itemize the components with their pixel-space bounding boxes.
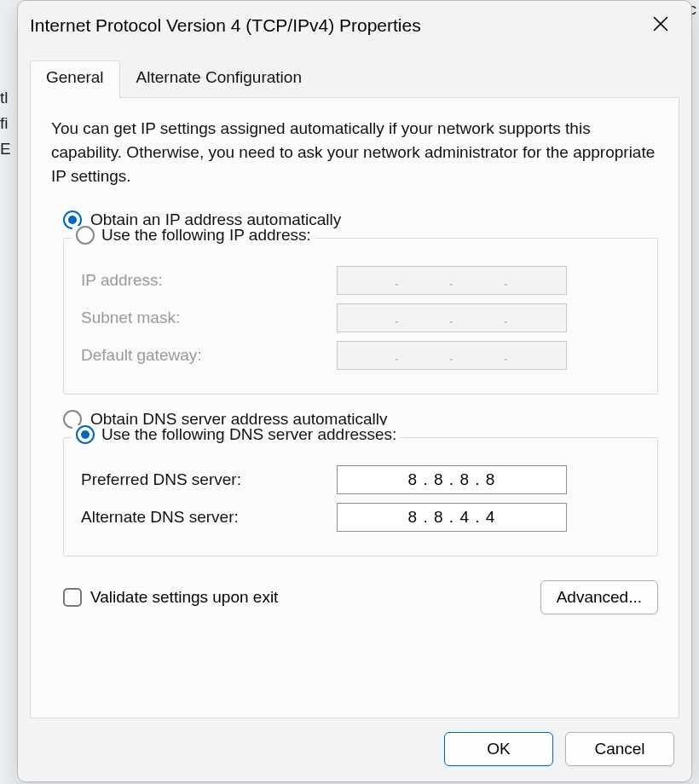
field-label: Preferred DNS server: bbox=[81, 470, 337, 489]
dialog-footer: OK Cancel bbox=[18, 718, 691, 781]
field-ip-address: IP address: . . . bbox=[81, 266, 640, 295]
radio-label: Use the following IP address: bbox=[101, 226, 311, 245]
description-text: You can get IP settings assigned automat… bbox=[51, 117, 658, 188]
field-label: Subnet mask: bbox=[81, 308, 337, 327]
field-preferred-dns: Preferred DNS server: 8 . 8 . 8 . 8 bbox=[81, 465, 640, 494]
button-label: Advanced... bbox=[557, 588, 642, 606]
checkbox-label: Validate settings upon exit bbox=[90, 588, 278, 607]
tabstrip: General Alternate Configuration bbox=[18, 49, 691, 98]
dialog-title: Internet Protocol Version 4 (TCP/IPv4) P… bbox=[30, 15, 644, 36]
default-gateway-input: . . . bbox=[337, 341, 567, 370]
close-icon bbox=[653, 16, 668, 36]
ip-value: 8 . 8 . 8 . 8 bbox=[408, 470, 496, 489]
ipv4-properties-dialog: Internet Protocol Version 4 (TCP/IPv4) P… bbox=[17, 0, 692, 782]
background-text-left: tlfiE bbox=[0, 85, 17, 162]
alternate-dns-input[interactable]: 8 . 8 . 4 . 4 bbox=[337, 503, 567, 532]
radio-icon bbox=[76, 425, 95, 444]
field-alternate-dns: Alternate DNS server: 8 . 8 . 4 . 4 bbox=[81, 503, 640, 532]
radio-label: Use the following DNS server addresses: bbox=[101, 425, 396, 444]
field-subnet-mask: Subnet mask: . . . bbox=[81, 303, 640, 332]
titlebar: Internet Protocol Version 4 (TCP/IPv4) P… bbox=[18, 1, 691, 49]
ip-value: 8 . 8 . 4 . 4 bbox=[408, 508, 496, 527]
tab-label: Alternate Configuration bbox=[136, 68, 302, 86]
field-label: Alternate DNS server: bbox=[81, 508, 337, 527]
field-default-gateway: Default gateway: . . . bbox=[81, 341, 640, 370]
tab-label: General bbox=[46, 68, 104, 86]
radio-dns-manual[interactable]: Use the following DNS server addresses: bbox=[72, 425, 400, 444]
close-button[interactable] bbox=[644, 9, 678, 43]
checkbox-icon bbox=[63, 588, 82, 607]
tabpanel-general: You can get IP settings assigned automat… bbox=[30, 98, 679, 718]
group-dns-manual: Use the following DNS server addresses: … bbox=[63, 437, 658, 556]
validate-row: Validate settings upon exit Advanced... bbox=[63, 580, 658, 614]
tab-general[interactable]: General bbox=[30, 61, 120, 98]
ok-button[interactable]: OK bbox=[444, 732, 553, 766]
advanced-button[interactable]: Advanced... bbox=[540, 580, 658, 614]
button-label: OK bbox=[487, 740, 510, 758]
field-label: Default gateway: bbox=[81, 346, 337, 365]
subnet-mask-input: . . . bbox=[337, 303, 567, 332]
tab-alternate-configuration[interactable]: Alternate Configuration bbox=[120, 61, 318, 98]
radio-ip-manual[interactable]: Use the following IP address: bbox=[72, 226, 315, 245]
field-label: IP address: bbox=[81, 271, 337, 290]
radio-icon bbox=[76, 226, 95, 245]
validate-checkbox[interactable]: Validate settings upon exit bbox=[63, 588, 278, 607]
cancel-button[interactable]: Cancel bbox=[565, 732, 674, 766]
button-label: Cancel bbox=[594, 740, 644, 758]
ip-address-input: . . . bbox=[337, 266, 567, 295]
group-ip-manual: Use the following IP address: IP address… bbox=[63, 238, 658, 395]
preferred-dns-input[interactable]: 8 . 8 . 8 . 8 bbox=[337, 465, 567, 494]
